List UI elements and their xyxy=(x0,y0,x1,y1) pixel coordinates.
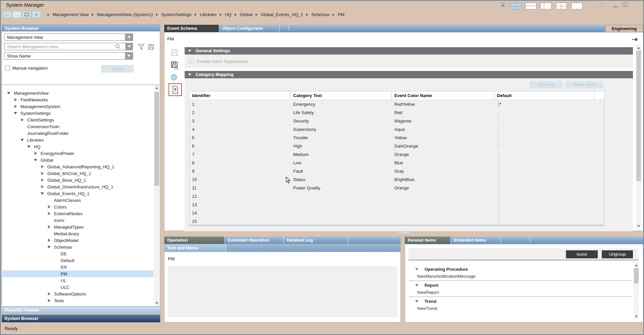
layout-left-column-icon[interactable] xyxy=(540,3,552,9)
column-header-default[interactable]: Default xyxy=(494,91,594,100)
tree-expanded-icon[interactable] xyxy=(20,138,25,142)
restore-window-icon[interactable] xyxy=(623,3,626,7)
scrollbar-thumb[interactable] xyxy=(634,268,639,283)
memo-textarea[interactable] xyxy=(168,266,397,317)
default-radio[interactable] xyxy=(498,219,499,224)
tree-item-fieldnetworks[interactable]: FieldNetworks xyxy=(2,96,154,103)
tree-collapsed-icon[interactable] xyxy=(47,211,52,216)
default-radio[interactable] xyxy=(498,135,499,141)
table-row-3[interactable]: 3SecurityMagenta xyxy=(189,117,604,125)
lock-icon[interactable] xyxy=(599,4,603,7)
column-header-identifier[interactable]: Identifier xyxy=(189,91,291,100)
breadcrumb-item-libraries[interactable]: Libraries xyxy=(200,12,216,17)
tree-item-texts[interactable]: Texts xyxy=(2,297,154,304)
tree-item-colors[interactable]: Colors xyxy=(2,203,154,210)
default-radio[interactable] xyxy=(498,177,499,182)
default-radio[interactable] xyxy=(498,202,499,207)
tree-collapsed-icon[interactable] xyxy=(40,164,45,169)
tree-expanded-icon[interactable] xyxy=(47,245,52,249)
table-row-5[interactable]: 5TroubleYellow xyxy=(189,134,604,142)
category-mapping-header[interactable]: Category Mapping xyxy=(185,71,633,78)
tree-expanded-icon[interactable] xyxy=(34,158,38,162)
tree-item-hq[interactable]: HQ xyxy=(2,143,154,150)
breadcrumb-item-global[interactable]: Global xyxy=(240,12,253,17)
column-header-event-color-name[interactable]: Event Color Name xyxy=(392,91,494,100)
enable-alarm-suppression-checkbox[interactable]: ✓ xyxy=(189,59,194,64)
display-mode-dropdown[interactable]: Show Name xyxy=(4,52,133,60)
chevron-down-icon[interactable] xyxy=(125,53,133,59)
default-radio[interactable] xyxy=(498,152,499,157)
tree-item-ulc[interactable]: ULC xyxy=(2,284,154,290)
section-collapse-icon[interactable] xyxy=(188,50,191,52)
group-expanded-icon[interactable] xyxy=(415,284,418,286)
scroll-down-icon[interactable] xyxy=(634,314,639,319)
tree-item-externalnodes[interactable]: ExternalNodes xyxy=(2,210,154,217)
tree-collapsed-icon[interactable] xyxy=(47,291,52,296)
tree-item-ul[interactable]: UL xyxy=(2,277,154,284)
recently-viewed-bar[interactable]: Recently Viewed xyxy=(2,307,160,313)
general-settings-header[interactable]: General Settings xyxy=(185,47,633,55)
table-row-8[interactable]: 8LowBlue xyxy=(189,159,604,167)
tree-item-conversiontools[interactable]: ConversionTools xyxy=(2,123,154,130)
breadcrumb-item-hq[interactable]: HQ xyxy=(225,12,232,17)
group-expanded-icon[interactable] xyxy=(415,268,418,270)
ungroup-button[interactable]: Ungroup xyxy=(602,250,633,258)
table-row-14[interactable]: 14 xyxy=(189,209,604,217)
default-radio[interactable] xyxy=(498,210,499,216)
tree-item-pm[interactable]: PM xyxy=(2,270,154,277)
tree-expanded-icon[interactable] xyxy=(7,91,11,95)
tree-item-alarmclasses[interactable]: AlarmClasses xyxy=(2,197,154,203)
table-row-11[interactable]: 11Power QualityOrange xyxy=(189,184,604,192)
tree-item-global[interactable]: Global xyxy=(2,157,154,163)
layout-horizontal-split-icon[interactable] xyxy=(525,3,536,9)
related-group-report[interactable]: Report xyxy=(409,282,632,289)
move-down-button[interactable]: Move down xyxy=(566,81,603,88)
view-selector-dropdown[interactable]: Management View xyxy=(4,33,133,41)
table-row-6[interactable]: 6HighDarkOrange xyxy=(189,142,604,150)
tab-extended-operation[interactable]: Extended Operation xyxy=(225,237,284,244)
table-row-4[interactable]: 4SupervisoryAqua xyxy=(189,125,604,134)
default-radio[interactable] xyxy=(498,193,499,199)
tree-item-schemas[interactable]: Schemas xyxy=(2,244,154,250)
save-icon[interactable] xyxy=(171,49,179,57)
system-browser-bottom-bar[interactable]: System Browser xyxy=(2,315,160,322)
default-radio[interactable] xyxy=(498,160,499,166)
default-radio[interactable] xyxy=(498,110,499,115)
search-options-chevron-icon[interactable] xyxy=(125,43,133,50)
related-group-operating-procedure[interactable]: Operating Procedure xyxy=(409,266,632,273)
table-row-15[interactable]: 15 xyxy=(189,217,604,226)
scroll-up-icon[interactable] xyxy=(154,85,159,90)
scroll-down-icon[interactable] xyxy=(154,301,159,306)
breadcrumb-item-pm[interactable]: PM xyxy=(338,12,344,17)
table-row-2[interactable]: 2Life SafetyRed xyxy=(189,108,604,117)
section-collapse-icon[interactable] xyxy=(188,74,191,76)
tree-item-global-advancedreporting-hq-1[interactable]: Global_AdvancedReporting_HQ_1 xyxy=(2,163,154,170)
tree-collapsed-icon[interactable] xyxy=(47,238,52,243)
tree-collapsed-icon[interactable] xyxy=(13,104,18,109)
move-up-button[interactable]: Move up xyxy=(530,81,563,88)
filter-funnel-icon[interactable] xyxy=(138,44,145,50)
forward-icon[interactable]: → xyxy=(12,11,21,18)
breadcrumb-item-schemas[interactable]: Schemas xyxy=(311,12,329,17)
tab-event-schema[interactable]: Event Schema xyxy=(164,25,219,32)
recent-window-icon[interactable] xyxy=(22,11,31,18)
scroll-up-icon[interactable] xyxy=(634,263,639,268)
tree-item-de[interactable]: DE xyxy=(2,250,154,257)
search-input[interactable] xyxy=(4,43,133,50)
related-item-newmassnotificationmessage[interactable]: NewMassNotificationMessage xyxy=(409,273,632,280)
table-row-10[interactable]: 10StatusBrightBlue xyxy=(189,175,604,184)
engineering-mode-button[interactable]: Engineering xyxy=(605,25,643,32)
manual-navigation-checkbox[interactable] xyxy=(5,66,10,71)
tree-item-en[interactable]: EN xyxy=(2,264,154,270)
breadcrumb-item-global-events-hq-1[interactable]: Global_Events_HQ_1 xyxy=(261,12,303,17)
pin-icon[interactable] xyxy=(632,38,638,41)
scrollbar-thumb[interactable] xyxy=(154,92,159,186)
related-scrollbar[interactable] xyxy=(634,262,639,319)
default-radio[interactable] xyxy=(498,168,499,174)
column-header-empty[interactable] xyxy=(594,91,604,100)
breadcrumb-item-management-view[interactable]: Management View xyxy=(53,12,88,17)
tree-item-managementview[interactable]: ManagementView xyxy=(2,90,154,96)
tree-collapsed-icon[interactable] xyxy=(34,151,38,156)
icons-button[interactable]: Icons xyxy=(566,250,598,258)
tree-expanded-icon[interactable] xyxy=(27,144,31,149)
